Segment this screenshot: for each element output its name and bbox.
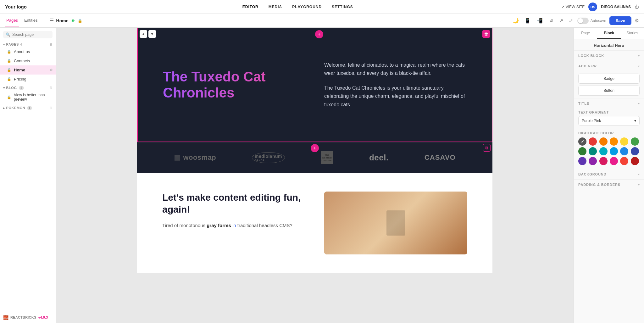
content-bold: gray forms xyxy=(207,223,231,228)
content-heading[interactable]: Let's make content editing fun, again! xyxy=(162,192,305,215)
add-badge-button[interactable]: Badge xyxy=(578,74,640,84)
color-swatch-8[interactable] xyxy=(599,147,608,155)
hero-title[interactable]: The Tuxedo Cat Chronicles xyxy=(163,69,305,101)
tablet-view-button[interactable]: 📲 xyxy=(535,16,544,25)
padding-header[interactable]: PADDING & BORDERS ▾ xyxy=(574,180,644,190)
mobile-view-button[interactable]: 📱 xyxy=(523,16,532,25)
color-swatch-6[interactable] xyxy=(578,147,586,155)
hamburger-icon[interactable]: ☰ xyxy=(49,18,54,24)
color-swatch-12[interactable] xyxy=(578,157,586,165)
main-layout: 🔍 ▾ PAGES 4 ⊕ 🔒 About us 🔒 Contacts 🔒 Ho… xyxy=(0,28,644,323)
color-swatch-11[interactable] xyxy=(631,147,639,155)
title-section: TITLE ▾ TEXT GRADIENT Purple Pink ▾ HIGH… xyxy=(574,98,644,169)
color-swatch-4[interactable] xyxy=(620,137,628,146)
block-add-above-button[interactable]: + xyxy=(315,30,323,38)
block-delete-button[interactable]: 🗑 xyxy=(482,30,490,38)
toggle-track[interactable] xyxy=(577,18,589,24)
nav-media[interactable]: MEDIA xyxy=(269,5,282,9)
hero-toolbar-center: + xyxy=(315,28,323,38)
background-header[interactable]: BACKGROUND ▾ xyxy=(574,169,644,179)
woosmap-grid-icon: ▦ xyxy=(174,153,180,162)
autosave-toggle[interactable]: Autosave xyxy=(577,18,606,24)
lock-icon[interactable]: 🔒 xyxy=(78,19,82,23)
share-button[interactable]: ↗ xyxy=(558,16,564,25)
sidebar-item-contacts[interactable]: 🔒 Contacts xyxy=(0,56,56,65)
view-site-link[interactable]: ↗ VIEW SITE xyxy=(561,5,585,9)
pages-section-header[interactable]: ▾ PAGES 4 ⊕ xyxy=(0,40,56,47)
search-input[interactable] xyxy=(12,32,56,37)
sidebar-item-about-us[interactable]: 🔒 About us xyxy=(0,47,56,56)
power-icon[interactable]: ⏻ xyxy=(635,4,639,9)
sidebar-item-blog-post[interactable]: 🔒 View is better than preview xyxy=(0,91,56,104)
hero-text: Welcome, feline aficionados, to a magica… xyxy=(324,61,467,109)
color-swatch-16[interactable] xyxy=(620,157,628,165)
second-nav-right: 🌙 📱 📲 🖥 ↗ ⤢ Autosave Save ⚙ xyxy=(511,16,639,25)
block-move-up-button[interactable]: ▲ xyxy=(140,30,147,38)
top-nav-right: ↗ VIEW SITE DS DIEGO SALINAS ⏻ xyxy=(561,3,639,11)
add-new-chevron: ▾ xyxy=(638,64,640,68)
content-right xyxy=(324,192,467,254)
add-button-button[interactable]: Button xyxy=(578,86,640,96)
sidebar-item-home[interactable]: 🔒 Home ⊕ xyxy=(0,65,56,75)
logos-block-wrapper: + ⧉ ▦ woosmap mediolanum BANCA The xyxy=(137,142,492,173)
hero-paragraph-1[interactable]: Welcome, feline aficionados, to a magica… xyxy=(324,61,467,78)
pokemon-new-icon[interactable]: ⊕ xyxy=(49,106,53,110)
logo-casavo: CASAVO xyxy=(425,153,456,162)
panel-tab-block[interactable]: Block xyxy=(597,28,620,39)
logos-add-button[interactable]: + xyxy=(311,144,319,152)
background-chevron: ▾ xyxy=(638,173,640,176)
deel-text: deel. xyxy=(369,153,389,163)
color-swatch-1[interactable] xyxy=(589,137,597,146)
sidebar-item-pricing[interactable]: 🔒 Pricing xyxy=(0,75,56,84)
color-swatch-2[interactable] xyxy=(599,137,608,146)
color-swatch-5[interactable] xyxy=(631,137,639,146)
visibility-icon[interactable]: 👁 xyxy=(71,18,75,23)
logo-weather-channel: The Weather Channel xyxy=(321,151,333,164)
nav-settings[interactable]: SETTINGS xyxy=(332,5,353,9)
lock-block-chevron: ▾ xyxy=(638,54,640,58)
save-button[interactable]: Save xyxy=(609,16,631,25)
color-swatch-0[interactable] xyxy=(578,137,586,146)
text-gradient-select[interactable]: Purple Pink ▾ xyxy=(578,116,640,125)
dark-mode-button[interactable]: 🌙 xyxy=(511,16,520,25)
hero-toolbar-left: ▲ ▼ xyxy=(138,28,158,40)
desktop-view-button[interactable]: 🖥 xyxy=(547,17,555,25)
add-new-header[interactable]: ADD NEW... ▾ xyxy=(574,61,644,71)
fullscreen-button[interactable]: ⤢ xyxy=(568,16,574,25)
color-swatch-17[interactable] xyxy=(631,157,639,165)
content-link[interactable]: in xyxy=(231,223,236,228)
panel-tab-page[interactable]: Page xyxy=(574,28,597,39)
user-avatar[interactable]: DS xyxy=(588,3,597,11)
highlight-color-section: HIGHLIGHT COLOR xyxy=(574,129,644,169)
search-icon: 🔍 xyxy=(6,32,10,37)
lock-icon-home: 🔒 xyxy=(7,68,11,72)
color-swatch-14[interactable] xyxy=(599,157,608,165)
blog-new-icon[interactable]: ⊕ xyxy=(49,86,53,90)
block-move-down-button[interactable]: ▼ xyxy=(148,30,156,38)
padding-section: PADDING & BORDERS ▾ xyxy=(574,180,644,190)
user-name: DIEGO SALINAS xyxy=(601,5,631,9)
blog-section-header[interactable]: ▾ BLOG 1 ⊕ xyxy=(0,84,56,91)
color-swatch-15[interactable] xyxy=(610,157,618,165)
hero-paragraph-2[interactable]: The Tuxedo Cat Chronicles is your ultima… xyxy=(324,84,467,109)
pokemon-section-header[interactable]: ▸ POKEMON 1 ⊕ xyxy=(0,104,56,111)
title-label: TITLE xyxy=(578,102,589,105)
blog-section-title: ▾ BLOG 1 xyxy=(3,86,24,90)
settings-cog-icon[interactable]: ⚙ xyxy=(635,18,639,24)
color-swatch-3[interactable] xyxy=(610,137,618,146)
title-header[interactable]: TITLE ▾ xyxy=(574,98,644,109)
tab-entities[interactable]: Entities xyxy=(23,15,39,26)
color-swatch-13[interactable] xyxy=(589,157,597,165)
nav-editor[interactable]: EDITOR xyxy=(242,5,258,9)
top-nav-links: EDITOR MEDIA PLAYGROUND SETTINGS xyxy=(42,5,554,9)
tab-pages[interactable]: Pages xyxy=(5,15,19,26)
color-swatch-10[interactable] xyxy=(620,147,628,155)
nav-playground[interactable]: PLAYGROUND xyxy=(292,5,322,9)
color-swatch-9[interactable] xyxy=(610,147,618,155)
color-swatch-7[interactable] xyxy=(589,147,597,155)
lock-block-header[interactable]: LOCK BLOCK ▾ xyxy=(574,51,644,61)
pages-new-icon[interactable]: ⊕ xyxy=(49,42,53,47)
brand-footer: 🧱 REACTBRICKS v4.0.3 xyxy=(0,312,56,323)
panel-tab-stories[interactable]: Stories xyxy=(621,28,644,39)
home-ext-icon: ⊕ xyxy=(50,68,53,72)
